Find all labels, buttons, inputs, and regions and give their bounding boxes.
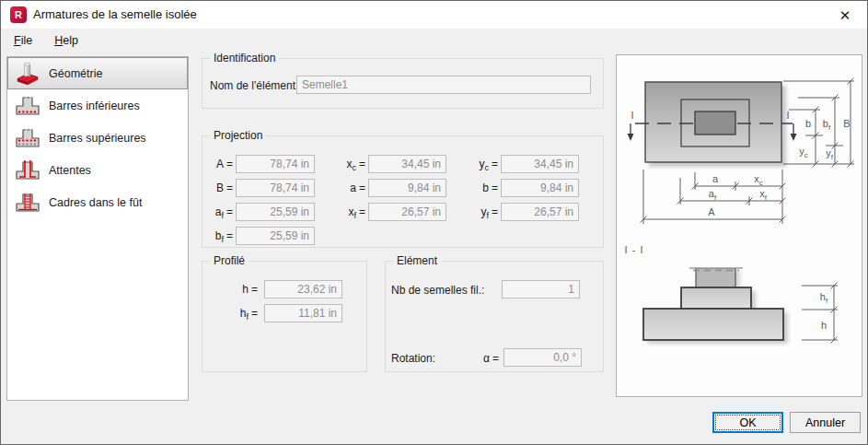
section-dimensions: hf h (802, 283, 838, 344)
label-bf: bf= (203, 229, 233, 244)
dim-label-yc: yc (799, 146, 808, 159)
group-title: Elément (393, 254, 441, 267)
diagram-panel: I I b bf B yc yf (616, 54, 862, 397)
cancel-button[interactable]: Annuler (790, 412, 861, 433)
menu-help[interactable]: Help (45, 31, 87, 50)
dim-label-a: a (712, 173, 719, 184)
dialog-window: R Armatures de la semelle isolée ✕ File … (0, 0, 868, 445)
sidebar-item-label: Géométrie (49, 67, 102, 80)
sidebar-item-label: Barres supérieures (49, 132, 146, 145)
group-profile: Profilé h= 23,62 in hf= 11,81 in (202, 261, 367, 372)
sidebar: Géométrie Barres inférieures (6, 56, 189, 401)
label-xf: xf= (330, 205, 365, 220)
group-title: Profilé (210, 254, 249, 267)
dim-label-yf: yf (826, 147, 834, 161)
dim-label-B: B (843, 118, 850, 129)
field-bf: 25,59 in (236, 227, 315, 245)
ok-button[interactable]: OK (712, 412, 783, 433)
field-xc: 34,45 in (368, 155, 446, 173)
sidebar-item-barres-inferieures[interactable]: Barres inférieures (7, 89, 188, 122)
field-h: 23,62 in (264, 280, 342, 299)
section-title: I - I (625, 244, 644, 255)
field-b: 9,84 in (501, 179, 579, 197)
section-view: I - I (625, 244, 788, 344)
alpha-label: α= (467, 352, 499, 365)
label-h: h= (227, 283, 258, 298)
label-af: af= (203, 205, 233, 220)
dim-label-bf: bf (823, 118, 831, 132)
dim-label-b: b (805, 118, 811, 129)
field-B: 78,74 in (236, 179, 315, 197)
label-B: B= (203, 182, 233, 196)
label-yc: yc= (460, 158, 498, 172)
field-af: 25,59 in (236, 203, 315, 221)
footing-3d-icon (13, 61, 42, 87)
group-title: Projection (210, 129, 266, 142)
plan-dimensions-vertical: b bf B yc yf (783, 78, 854, 168)
sidebar-item-attentes[interactable]: Attentes (7, 154, 188, 186)
menu-file[interactable]: File (5, 31, 41, 50)
footing-diagram: I I b bf B yc yf (617, 55, 862, 396)
group-projection: Projection A= 78,74 in xc= 34,45 in yc= … (202, 135, 604, 248)
footing-count-field: 1 (502, 280, 580, 299)
label-a: a= (330, 182, 365, 196)
top-bars-icon (13, 125, 42, 151)
label-A: A= (203, 158, 233, 172)
field-xf: 26,57 in (368, 203, 446, 221)
stirrups-icon (13, 190, 42, 216)
sidebar-item-label: Barres inférieures (49, 100, 140, 112)
group-title: Identification (210, 52, 279, 64)
plan-view: I I (628, 82, 797, 167)
group-identification: Identification Nom de l'élément: Semelle… (202, 58, 604, 109)
label-yf: yf= (460, 205, 498, 220)
dim-label-A: A (708, 206, 715, 217)
plan-dimensions-horizontal: a xc af xf A (641, 170, 786, 224)
app-icon: R (10, 6, 27, 23)
label-hf: hf= (227, 307, 258, 322)
dim-label-h: h (821, 320, 827, 331)
window-title: Armatures de la semelle isolée (33, 7, 197, 21)
element-name-field: Semelle1 (296, 76, 591, 94)
field-hf: 11,81 in (264, 304, 342, 322)
cut-marker-right: I (786, 110, 789, 121)
field-yc: 34,45 in (501, 155, 579, 173)
cut-marker-left: I (631, 110, 633, 121)
field-A: 78,74 in (236, 155, 315, 173)
sidebar-item-label: Attentes (49, 164, 91, 177)
field-a: 9,84 in (368, 179, 446, 197)
dim-label-af: af (709, 188, 717, 202)
sidebar-item-barres-superieures[interactable]: Barres supérieures (7, 122, 188, 154)
element-name-label: Nom de l'élément: (210, 79, 298, 92)
sidebar-item-geometrie[interactable]: Géométrie (7, 57, 188, 89)
title-bar: R Armatures de la semelle isolée ✕ (1, 1, 867, 29)
label-xc: xc= (330, 158, 365, 172)
menu-bar: File Help (1, 29, 867, 53)
footing-count-label: Nb de semelles fil.: (391, 284, 484, 297)
close-icon[interactable]: ✕ (834, 6, 856, 26)
rotation-label: Rotation: (391, 352, 435, 365)
sidebar-item-cadres-fut[interactable]: Cadres dans le fût (7, 186, 188, 218)
field-yf: 26,57 in (501, 203, 579, 221)
sidebar-item-label: Cadres dans le fût (49, 196, 142, 209)
bottom-bars-icon (13, 93, 42, 119)
dim-label-hf: hf (820, 291, 828, 305)
rotation-field: 0,0 ° (503, 348, 582, 367)
dim-label-xf: xf (759, 188, 768, 202)
group-element: Elément Nb de semelles fil.: 1 Rotation:… (385, 261, 604, 372)
label-b: b= (460, 182, 498, 196)
starter-bars-icon (13, 158, 42, 183)
dim-label-xc: xc (754, 173, 763, 187)
